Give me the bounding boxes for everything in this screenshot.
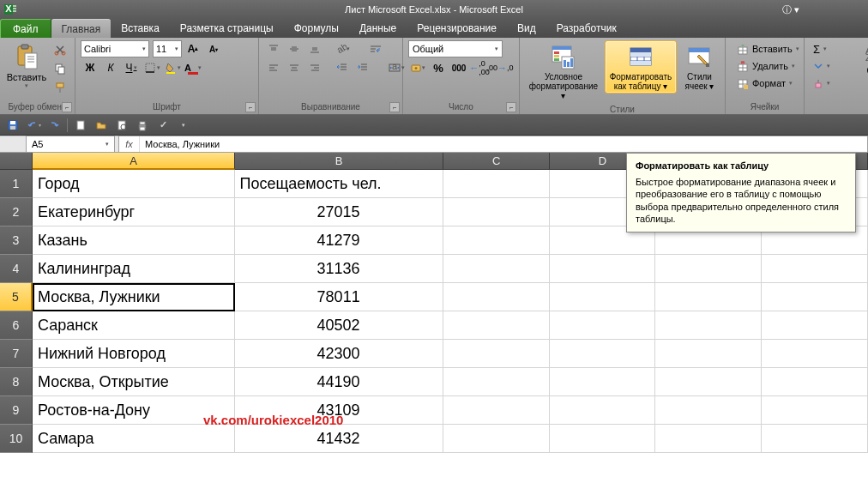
row-header-8[interactable]: 8 bbox=[0, 368, 33, 396]
ribbon-tab-home[interactable]: Главная bbox=[51, 19, 112, 38]
cell-A7[interactable]: Нижний Новгород bbox=[33, 340, 235, 368]
cell-C3[interactable] bbox=[443, 226, 550, 255]
clear-button[interactable]: ▾ bbox=[810, 75, 834, 92]
qat-spelling-button[interactable]: ✓ bbox=[155, 118, 171, 133]
fx-icon[interactable]: fx bbox=[119, 136, 140, 152]
cell-A6[interactable]: Саранск bbox=[33, 311, 235, 340]
delete-cells-button[interactable]: Удалить▾ bbox=[731, 57, 801, 75]
cell-E5[interactable] bbox=[655, 283, 762, 311]
qat-preview-button[interactable] bbox=[114, 118, 130, 133]
cell-C4[interactable] bbox=[443, 255, 550, 283]
cell-C8[interactable] bbox=[443, 368, 550, 396]
align-right-button[interactable] bbox=[305, 58, 324, 77]
ribbon-tab-data[interactable]: Данные bbox=[349, 19, 407, 38]
format-painter-button[interactable] bbox=[51, 78, 69, 97]
cell-C9[interactable] bbox=[443, 396, 550, 425]
currency-button[interactable]: ▾ bbox=[408, 58, 427, 77]
qat-redo-button[interactable] bbox=[46, 118, 62, 133]
qat-open-button[interactable] bbox=[93, 118, 109, 133]
wrap-text-button[interactable] bbox=[359, 39, 393, 58]
file-tab[interactable]: Файл bbox=[0, 19, 51, 38]
row-header-10[interactable]: 10 bbox=[0, 425, 33, 453]
row-header-5[interactable]: 5 bbox=[0, 283, 33, 311]
cell-F5[interactable] bbox=[762, 283, 868, 311]
help-icon[interactable]: ⓘ ▾ bbox=[782, 3, 799, 16]
column-header-C[interactable]: C bbox=[443, 153, 550, 170]
font-name-combobox[interactable]: Calibri▾ bbox=[81, 40, 149, 57]
row-header-2[interactable]: 2 bbox=[0, 198, 33, 226]
name-box[interactable]: A5▾ bbox=[26, 136, 115, 153]
conditional-formatting-button[interactable]: Условноеформатирование ▾ bbox=[525, 40, 602, 103]
ribbon-tab-page-layout[interactable]: Разметка страницы bbox=[170, 19, 284, 38]
paste-button[interactable]: Вставить ▾ bbox=[5, 40, 48, 92]
comma-button[interactable]: 000 bbox=[449, 58, 468, 77]
cell-F9[interactable] bbox=[762, 396, 868, 425]
cell-D10[interactable] bbox=[550, 425, 656, 453]
cell-B1[interactable]: Посещаемость чел. bbox=[235, 170, 443, 198]
ribbon-tab-insert[interactable]: Вставка bbox=[111, 19, 170, 38]
cell-D5[interactable] bbox=[550, 283, 656, 311]
cell-F10[interactable] bbox=[762, 425, 868, 453]
cell-C1[interactable] bbox=[443, 170, 550, 198]
alignment-dialog-launcher[interactable]: ⌐ bbox=[389, 102, 400, 112]
cell-A2[interactable]: Екатеринбург bbox=[33, 198, 235, 226]
cell-E9[interactable] bbox=[655, 396, 762, 425]
cell-D4[interactable] bbox=[550, 255, 656, 283]
cell-B8[interactable]: 44190 bbox=[235, 368, 443, 396]
row-header-3[interactable]: 3 bbox=[0, 226, 33, 255]
cell-F4[interactable] bbox=[762, 255, 868, 283]
cell-E6[interactable] bbox=[655, 311, 762, 340]
cell-A1[interactable]: Город bbox=[33, 170, 235, 198]
increase-indent-button[interactable] bbox=[353, 58, 372, 77]
cell-A8[interactable]: Москва, Открытие bbox=[33, 368, 235, 396]
cell-C7[interactable] bbox=[443, 340, 550, 368]
cell-F7[interactable] bbox=[762, 340, 868, 368]
ribbon-tab-view[interactable]: Вид bbox=[507, 19, 546, 38]
cell-B2[interactable]: 27015 bbox=[235, 198, 443, 226]
cell-A5[interactable]: Москва, Лужники bbox=[33, 283, 235, 311]
align-center-button[interactable] bbox=[285, 58, 304, 77]
cell-D8[interactable] bbox=[550, 368, 656, 396]
cell-B3[interactable]: 41279 bbox=[235, 226, 443, 255]
row-header-1[interactable]: 1 bbox=[0, 170, 33, 198]
clipboard-dialog-launcher[interactable]: ⌐ bbox=[62, 102, 72, 112]
column-header-A[interactable]: A bbox=[33, 153, 235, 170]
cell-D7[interactable] bbox=[550, 340, 656, 368]
percent-button[interactable]: % bbox=[429, 58, 448, 77]
font-size-combobox[interactable]: 11▾ bbox=[153, 40, 182, 57]
cell-F8[interactable] bbox=[762, 368, 868, 396]
fill-button[interactable]: ▾ bbox=[810, 57, 834, 75]
italic-button[interactable]: К bbox=[101, 58, 120, 77]
cut-button[interactable] bbox=[51, 40, 69, 59]
row-header-7[interactable]: 7 bbox=[0, 340, 33, 368]
copy-button[interactable] bbox=[51, 59, 69, 78]
bold-button[interactable]: Ж bbox=[81, 58, 99, 77]
decrease-indent-button[interactable] bbox=[333, 58, 352, 77]
cell-A4[interactable]: Калининград bbox=[33, 255, 235, 283]
cell-styles-button[interactable]: Стилиячеек ▾ bbox=[679, 40, 720, 94]
select-all-corner[interactable] bbox=[0, 153, 33, 170]
font-dialog-launcher[interactable]: ⌐ bbox=[245, 102, 256, 112]
decrease-font-button[interactable]: A▾ bbox=[204, 39, 223, 58]
cell-C5[interactable] bbox=[443, 283, 550, 311]
insert-cells-button[interactable]: Вставить▾ bbox=[731, 40, 805, 57]
decrease-decimal-button[interactable]: ,00→,0 bbox=[491, 58, 509, 77]
cell-F6[interactable] bbox=[762, 311, 868, 340]
sort-filter-button[interactable]: AZ Сои bbox=[854, 43, 868, 88]
qat-quickprint-button[interactable] bbox=[135, 118, 150, 133]
cell-B5[interactable]: 78011 bbox=[235, 283, 443, 311]
qat-save-button[interactable] bbox=[5, 118, 21, 133]
ribbon-tab-developer[interactable]: Разработчик bbox=[546, 19, 627, 38]
row-header-6[interactable]: 6 bbox=[0, 311, 33, 340]
row-header-4[interactable]: 4 bbox=[0, 255, 33, 283]
align-top-button[interactable] bbox=[264, 39, 283, 58]
align-bottom-button[interactable] bbox=[305, 39, 324, 58]
cell-C6[interactable] bbox=[443, 311, 550, 340]
fill-color-button[interactable]: ▾ bbox=[163, 58, 182, 77]
cell-A10[interactable]: Самара bbox=[33, 425, 235, 453]
format-as-table-button[interactable]: Форматироватькак таблицу ▾ bbox=[605, 40, 677, 94]
row-header-9[interactable]: 9 bbox=[0, 396, 33, 425]
cell-D6[interactable] bbox=[550, 311, 656, 340]
cell-B10[interactable]: 41432 bbox=[235, 425, 443, 453]
number-dialog-launcher[interactable]: ⌐ bbox=[506, 102, 516, 112]
